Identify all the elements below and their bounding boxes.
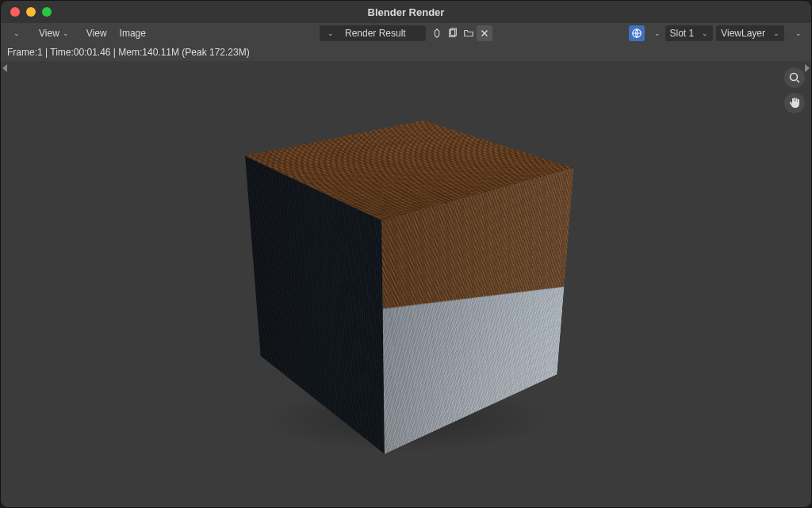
open-image-button[interactable]	[461, 25, 477, 41]
render-status-bar: Frame:1 | Time:00:01.46 | Mem:140.11M (P…	[1, 44, 811, 61]
image-name-field[interactable]: Render Result	[339, 25, 426, 41]
chevron-down-icon: ⌄	[702, 29, 708, 37]
zoom-window-button[interactable]	[42, 7, 52, 17]
svg-point-9	[791, 74, 798, 81]
chevron-down-icon: ⌄	[327, 29, 334, 37]
fake-user-toggle[interactable]	[429, 25, 445, 41]
render-slot-dropdown[interactable]: Slot 1 ⌄	[665, 25, 714, 41]
minimize-window-button[interactable]	[26, 7, 36, 17]
view-mode-label: View	[39, 28, 59, 39]
new-image-button[interactable]	[445, 25, 461, 41]
region-toggle-left-icon[interactable]	[2, 64, 7, 72]
chevron-down-icon: ⌄	[795, 29, 802, 37]
titlebar: Blender Render	[1, 1, 811, 23]
chevron-down-icon: ⌄	[654, 29, 661, 37]
image-datablock-group: ⌄ Render Result	[320, 25, 492, 41]
editor-type-dropdown[interactable]: ⌄	[6, 25, 25, 41]
stereoscopy-dropdown[interactable]: ⌄	[648, 25, 662, 41]
close-window-button[interactable]	[10, 7, 20, 17]
chevron-down-icon: ⌄	[773, 29, 779, 37]
view-mode-dropdown[interactable]: View ⌄	[31, 25, 74, 41]
image-menu[interactable]: Image	[113, 25, 152, 41]
render-viewport[interactable]	[1, 61, 811, 507]
display-channels-dropdown[interactable]: ⌄	[787, 25, 806, 41]
zoom-tool-button[interactable]	[784, 67, 805, 88]
rendered-cube	[239, 102, 573, 435]
stereoscopy-button[interactable]	[629, 25, 645, 41]
chevron-down-icon: ⌄	[63, 29, 69, 37]
region-toggle-right-icon[interactable]	[805, 64, 810, 72]
window-controls	[1, 7, 52, 17]
render-status-text: Frame:1 | Time:00:01.46 | Mem:140.11M (P…	[7, 47, 250, 58]
view-menu[interactable]: View	[80, 25, 113, 41]
view-layer-dropdown[interactable]: ViewLayer ⌄	[716, 25, 784, 41]
chevron-down-icon: ⌄	[13, 29, 20, 37]
image-editor-toolbar: ⌄ View ⌄ View Image ⌄ Render Re	[1, 23, 811, 44]
image-browse-dropdown[interactable]: ⌄	[320, 25, 339, 41]
pan-tool-button[interactable]	[784, 93, 805, 113]
window-title: Blender Render	[1, 6, 811, 18]
unlink-image-button[interactable]	[477, 25, 492, 41]
viewport-nav-buttons	[784, 67, 805, 113]
blender-render-window: Blender Render ⌄ View ⌄ View Image	[0, 0, 812, 508]
